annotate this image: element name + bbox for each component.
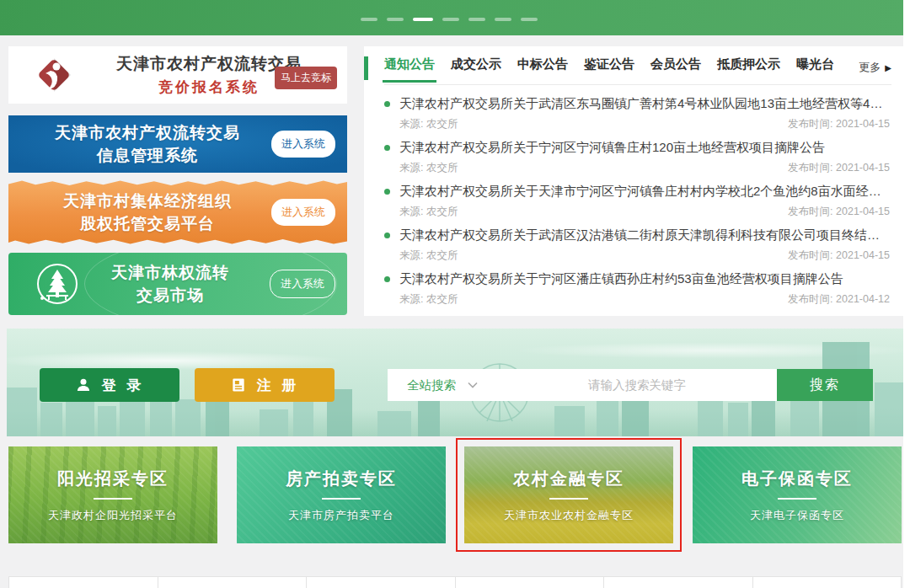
time-label: 发布时间: — [788, 249, 832, 261]
zone-divider — [322, 498, 361, 500]
tab-exposure[interactable]: 曝光台 — [796, 56, 834, 83]
zone-card-rural-finance[interactable]: 农村金融专区 天津市农业农村金融专区 — [464, 446, 673, 543]
more-link[interactable]: 更多 ▶ — [859, 60, 891, 75]
user-icon — [75, 377, 92, 393]
zone-divider — [778, 498, 816, 500]
hero-band: 登 录 注 册 全站搜索 搜索 — [7, 329, 903, 436]
date-value: 2021-04-15 — [836, 118, 890, 130]
announcement-source: 来源: 农交所 — [399, 249, 458, 263]
equity-platform-banner[interactable]: 天津市村集体经济组织 股权托管交易平台 进入系统 — [8, 179, 347, 246]
search-button[interactable]: 搜索 — [777, 369, 873, 401]
zone-subtitle: 天津电子保函专区 — [750, 508, 844, 523]
enter-info-system-button[interactable]: 进入系统 — [271, 131, 335, 158]
zone-subtitle: 天津政村企阳光招采平台 — [48, 508, 178, 523]
time-label: 发布时间: — [788, 293, 832, 305]
announcement-tabs: 通知公告 成交公示 中标公告 鉴证公告 会员公告 抵质押公示 曝光台 — [384, 56, 891, 84]
announcement-source: 来源: 农交所 — [399, 117, 458, 131]
zone-title: 电子保函专区 — [741, 468, 853, 490]
enter-equity-platform-button[interactable]: 进入系统 — [271, 199, 335, 226]
announcement-list: 天津农村产权交易所关于武清区东马圈镇广善村第4号林业队园地13亩土地经营权等4个… — [384, 94, 890, 313]
announcement-link[interactable]: 天津农村产权交易所关于宁河区宁河镇鲁庄村120亩土地经营权项目摘牌公告 — [384, 137, 890, 158]
announcement-source: 来源: 农交所 — [399, 292, 458, 307]
bullet-icon — [384, 276, 390, 282]
announcement-date: 发布时间: 2021-04-12 — [788, 292, 890, 307]
go-bid-button[interactable]: 马上去竞标 — [275, 67, 337, 89]
register-button[interactable]: 注 册 — [195, 368, 335, 402]
zone-title: 阳光招采专区 — [57, 468, 169, 490]
chevron-down-icon — [468, 382, 478, 388]
enter-forest-market-button[interactable]: 进入系统 — [270, 270, 335, 298]
list-item: 天津农村产权交易所关于天津市宁河区宁河镇鲁庄村村内学校北2个鱼池约8亩水面经营.… — [384, 181, 890, 225]
announcement-date: 发布时间: 2021-04-15 — [788, 249, 890, 263]
announcement-title: 天津农村产权交易所关于宁河区宁河镇鲁庄村120亩土地经营权项目摘牌公告 — [399, 140, 825, 156]
announcement-link[interactable]: 天津农村产权交易所关于武清区东马圈镇广善村第4号林业队园地13亩土地经营权等4个… — [384, 94, 890, 114]
announcements-panel: 通知公告 成交公示 中标公告 鉴证公告 会员公告 抵质押公示 曝光台 更多 ▶ … — [364, 46, 903, 316]
announcement-date: 发布时间: 2021-04-15 — [788, 117, 890, 131]
tabs-divider — [384, 84, 891, 85]
equity-banner-line2: 股权托管交易平台 — [8, 212, 286, 235]
carousel-dash[interactable] — [361, 18, 377, 21]
more-arrow-icon: ▶ — [885, 63, 891, 72]
search-input[interactable] — [497, 369, 777, 401]
footer-table-cell — [456, 577, 605, 588]
carousel-dash[interactable] — [387, 18, 404, 21]
zone-card-property-auction[interactable]: 房产拍卖专区 天津市房产拍卖平台 — [237, 446, 446, 543]
list-item: 天津农村产权交易所关于武清区东马圈镇广善村第4号林业队园地13亩土地经营权等4个… — [384, 94, 890, 137]
site-logo-icon — [32, 53, 76, 97]
tab-pledge[interactable]: 抵质押公示 — [717, 56, 780, 83]
footer-table — [8, 576, 902, 588]
top-carousel-bar — [0, 0, 903, 35]
announcement-source: 来源: 农交所 — [399, 161, 458, 175]
announcement-title: 天津农村产权交易所关于宁河区潘庄镇西孙庄村约53亩鱼池经营权项目摘牌公告 — [399, 271, 843, 287]
zone-divider — [94, 498, 132, 500]
tab-notice[interactable]: 通知公告 — [384, 56, 435, 83]
time-label: 发布时间: — [788, 162, 832, 174]
zone-divider — [549, 498, 588, 500]
announcement-title: 天津农村产权交易所关于武清区东马圈镇广善村第4号林业队园地13亩土地经营权等4个… — [399, 96, 884, 112]
zone-card-e-guarantee[interactable]: 电子保函专区 天津电子保函专区 — [693, 446, 902, 543]
announcement-link[interactable]: 天津农村产权交易所关于宁河区潘庄镇西孙庄村约53亩鱼池经营权项目摘牌公告 — [384, 269, 890, 289]
footer-table-cell — [753, 577, 902, 588]
tab-winning-bids[interactable]: 中标公告 — [517, 56, 568, 83]
announcement-meta: 来源: 农交所 发布时间: 2021-04-15 — [399, 205, 890, 219]
bidding-system-card[interactable]: 天津市农村产权流转交易 竞价报名系统 马上去竞标 — [8, 46, 347, 104]
tab-certification[interactable]: 鉴证公告 — [584, 56, 634, 83]
announcement-link[interactable]: 天津农村产权交易所关于天津市宁河区宁河镇鲁庄村村内学校北2个鱼池约8亩水面经营.… — [384, 181, 890, 201]
tab-accent-bar — [364, 56, 368, 80]
date-value: 2021-04-12 — [836, 293, 890, 305]
zone-title: 农村金融专区 — [513, 468, 624, 490]
login-button[interactable]: 登 录 — [40, 368, 179, 402]
list-item: 天津农村产权交易所关于宁河区宁河镇鲁庄村120亩土地经营权项目摘牌公告 来源: … — [384, 137, 890, 181]
bullet-icon — [384, 189, 390, 195]
scrollbar-track[interactable] — [903, 0, 910, 588]
time-label: 发布时间: — [788, 206, 832, 217]
announcement-date: 发布时间: 2021-04-15 — [788, 205, 890, 219]
announcement-link[interactable]: 天津农村产权交易所关于武清区汉沽港镇二街村原天津凯得利科技有限公司项目终结公告 — [384, 225, 890, 245]
footer-table-cell — [307, 577, 456, 588]
login-label: 登 录 — [102, 376, 145, 395]
info-management-banner[interactable]: 天津市农村产权流转交易 信息管理系统 进入系统 — [8, 115, 347, 173]
forest-market-banner[interactable]: 天津市林权流转 交易市场 进入系统 — [8, 253, 347, 315]
carousel-dash-active[interactable] — [413, 18, 433, 21]
carousel-dash[interactable] — [495, 18, 511, 21]
id-card-icon — [230, 377, 247, 393]
register-label: 注 册 — [257, 376, 300, 395]
announcement-title: 天津农村产权交易所关于武清区汉沽港镇二街村原天津凯得利科技有限公司项目终结公告 — [399, 227, 884, 243]
equity-banner-line1: 天津市村集体经济组织 — [8, 190, 286, 212]
more-label: 更多 — [859, 60, 881, 75]
bullet-icon — [384, 145, 390, 151]
tab-members[interactable]: 会员公告 — [650, 56, 701, 83]
carousel-dash[interactable] — [442, 18, 459, 21]
announcement-meta: 来源: 农交所 发布时间: 2021-04-15 — [399, 161, 890, 175]
date-value: 2021-04-15 — [836, 249, 890, 261]
zone-title: 房产拍卖专区 — [286, 468, 397, 490]
footer-table-cell — [604, 577, 753, 588]
announcement-source: 来源: 农交所 — [399, 205, 458, 219]
announcement-meta: 来源: 农交所 发布时间: 2021-04-15 — [399, 249, 890, 263]
announcement-meta: 来源: 农交所 发布时间: 2021-04-15 — [399, 117, 890, 131]
zone-card-sunshine-procurement[interactable]: 阳光招采专区 天津政村企阳光招采平台 — [8, 446, 217, 543]
search-scope-select[interactable]: 全站搜索 — [388, 369, 497, 401]
tab-deals[interactable]: 成交公示 — [451, 56, 501, 83]
carousel-dash[interactable] — [521, 18, 538, 21]
carousel-dash[interactable] — [468, 18, 485, 21]
